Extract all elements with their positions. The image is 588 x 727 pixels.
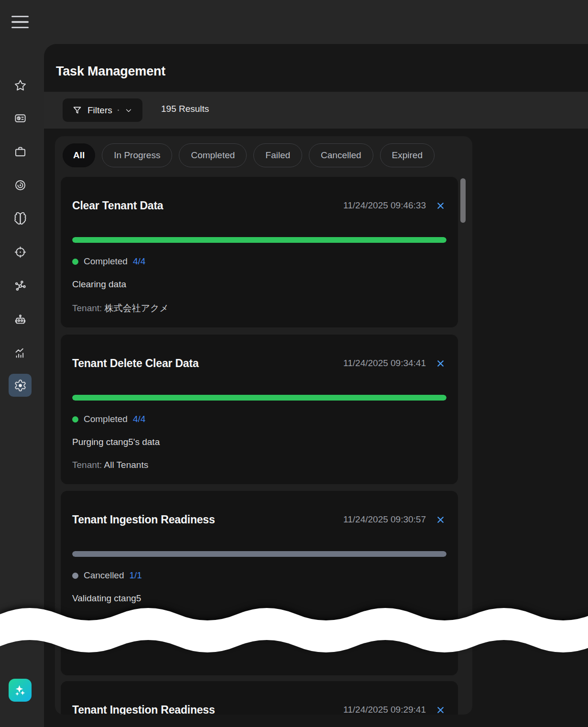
task-title: Tenant Delete Clear Data <box>72 356 198 371</box>
status-label: Completed <box>84 414 128 424</box>
menu-button[interactable] <box>11 16 29 28</box>
task-card-partial: Tenant Ingestion Readiness 11/24/2025 09… <box>61 681 458 715</box>
sidebar-item-connections[interactable] <box>9 274 32 297</box>
funnel-icon <box>72 105 82 115</box>
close-icon <box>436 705 446 715</box>
status-dot <box>72 259 78 265</box>
progress-bar <box>72 395 446 401</box>
close-task-button[interactable] <box>435 200 446 212</box>
sidebar-item-favorites[interactable] <box>9 74 32 97</box>
sidebar <box>0 0 44 727</box>
tab-cancelled[interactable]: Cancelled <box>309 143 373 167</box>
task-description: Purging ctang5's data <box>72 437 446 447</box>
menu-icon <box>11 16 29 17</box>
tenant-value: 株式会社アクメ <box>105 303 169 313</box>
task-card: Clear Tenant Data 11/24/2025 09:46:33 Co… <box>61 177 458 327</box>
status-label: Completed <box>84 256 128 267</box>
brain-icon <box>14 212 27 225</box>
tab-failed[interactable]: Failed <box>253 143 302 167</box>
crosshair-icon <box>14 246 27 259</box>
scrollbar-thumb[interactable] <box>460 178 466 223</box>
task-timestamp: 11/24/2025 09:30:57 <box>343 512 426 527</box>
task-timestamp: 11/24/2025 09:34:41 <box>343 356 426 371</box>
task-title: Tenant Ingestion Readiness <box>72 512 215 527</box>
network-icon <box>14 280 27 293</box>
sidebar-item-targeting[interactable] <box>9 240 32 263</box>
progress-count: 4/4 <box>133 256 145 267</box>
chevron-down-icon <box>124 106 133 115</box>
close-icon <box>436 358 446 369</box>
status-dot <box>72 416 78 423</box>
page-title: Task Management <box>56 64 165 79</box>
task-title: Clear Tenant Data <box>72 198 163 213</box>
task-timestamp: 11/24/2025 09:46:33 <box>343 198 426 213</box>
tenant-line: Tenant: All Tenants <box>72 460 446 470</box>
tenant-line: Tenant: ctang3 <box>72 633 446 644</box>
tab-all[interactable]: All <box>63 143 95 167</box>
progress-count: 4/4 <box>133 414 145 424</box>
tab-in-progress[interactable]: In Progress <box>102 143 172 167</box>
tenant-line: Tenant: 株式会社アクメ <box>72 302 446 315</box>
sidebar-item-settings[interactable] <box>9 374 32 397</box>
tenant-value: ctang3 <box>105 633 132 643</box>
progress-count: 1/1 <box>130 570 142 581</box>
analytics-chart-icon <box>14 347 27 359</box>
robot-icon <box>14 313 27 326</box>
task-card: Tenant Delete Clear Data 11/24/2025 09:3… <box>61 335 458 484</box>
filter-bar: Filters 195 Results <box>44 92 588 129</box>
task-list-container: All In Progress Completed Failed Cancell… <box>55 136 472 715</box>
briefcase-icon <box>14 145 27 158</box>
sidebar-item-projects[interactable] <box>9 140 32 163</box>
filters-button[interactable]: Filters <box>63 98 142 122</box>
results-count: 195 Results <box>161 104 209 114</box>
tab-completed[interactable]: Completed <box>179 143 247 167</box>
sidebar-item-cards[interactable] <box>9 107 32 130</box>
close-icon <box>436 201 446 211</box>
status-label: Cancelled <box>84 570 124 581</box>
close-icon <box>436 515 446 525</box>
task-title: Tenant Ingestion Readiness <box>72 702 215 715</box>
sidebar-item-analytics[interactable] <box>9 341 32 364</box>
dot-separator <box>118 109 119 111</box>
status-tabs: All In Progress Completed Failed Cancell… <box>63 143 435 167</box>
progress-bar <box>72 551 446 557</box>
tab-expired[interactable]: Expired <box>380 143 435 167</box>
task-description: Validating ctang5 <box>72 593 446 604</box>
progress-bar <box>72 237 446 243</box>
close-task-button[interactable] <box>435 358 446 369</box>
task-card: Tenant Ingestion Readiness 11/24/2025 09… <box>61 491 458 675</box>
sidebar-item-sessions[interactable] <box>9 174 32 196</box>
sidebar-item-intelligence[interactable] <box>9 207 32 230</box>
task-timestamp: 11/24/2025 09:29:41 <box>343 702 426 715</box>
spiral-icon <box>14 179 27 192</box>
sparkles-icon <box>13 683 27 697</box>
tenant-value: All Tenants <box>104 460 149 470</box>
star-icon <box>14 79 27 92</box>
wallet-card-icon <box>14 112 27 125</box>
settings-gear-icon <box>14 379 27 392</box>
close-task-button[interactable] <box>435 514 446 526</box>
main-panel: Task Management Filters 195 Results All … <box>44 44 588 727</box>
filters-label: Filters <box>87 105 112 116</box>
task-description: Clearing data <box>72 279 446 290</box>
status-dot <box>72 573 78 579</box>
close-task-button[interactable] <box>435 704 446 715</box>
sidebar-item-agents[interactable] <box>9 308 32 331</box>
assistant-button[interactable] <box>9 679 32 702</box>
